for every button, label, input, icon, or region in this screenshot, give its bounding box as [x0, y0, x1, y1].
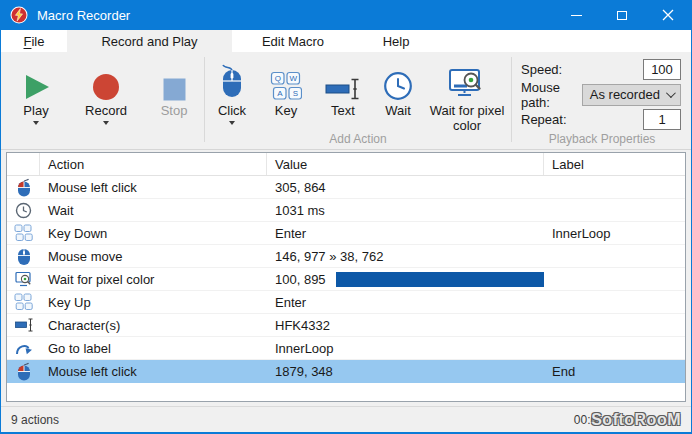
minimize-icon: [571, 15, 582, 16]
action-cell: Key Down: [40, 226, 267, 241]
stop-button: Stop: [145, 57, 203, 149]
table-row[interactable]: Mouse left click1879, 348End: [7, 360, 685, 383]
table-row[interactable]: Go to labelInnerLoop: [7, 337, 685, 360]
value-cell: 1031 ms: [267, 203, 544, 218]
ribbon-separator: [511, 57, 512, 142]
play-button[interactable]: Play: [5, 57, 67, 149]
click-icon: [218, 57, 246, 103]
repeat-label: Repeat:: [521, 112, 567, 127]
window-controls: [553, 0, 691, 30]
action-cell: Character(s): [40, 318, 267, 333]
col-header-icon[interactable]: [7, 153, 40, 175]
key-icon: [7, 224, 40, 242]
value-cell: 1879, 348: [267, 364, 544, 379]
statusbar: 9 actions 00:0 SoftoRooM: [1, 406, 691, 432]
ribbon: PlayRecordStop Click QWASKey Text Wait W…: [1, 52, 691, 150]
close-icon: [662, 9, 674, 21]
speed-input[interactable]: 100: [643, 59, 681, 80]
action-cell: Wait for pixel color: [40, 272, 267, 287]
record-button-label: Record: [85, 103, 127, 118]
action-cell: Go to label: [40, 341, 267, 356]
actions-count: 9 actions: [11, 413, 59, 427]
goto-label-icon: [7, 341, 40, 356]
key-icon: [7, 293, 40, 311]
record-icon: [92, 57, 120, 103]
mouse-left-click-icon: [7, 362, 40, 381]
mouse-path-value: As recorded: [590, 87, 660, 102]
dropdown-caret-icon[interactable]: [229, 121, 235, 125]
group-action-buttons-label: Add Action: [206, 132, 510, 146]
wait-button-label: Wait: [385, 103, 411, 118]
svg-text:Q: Q: [275, 74, 281, 83]
play-button-label: Play: [23, 103, 48, 118]
table-row[interactable]: Wait for pixel color100, 895: [7, 268, 685, 291]
ribbon-separator: [204, 57, 205, 142]
table-body: Mouse left click305, 864 Wait1031 ms Key…: [7, 176, 685, 383]
col-header-label[interactable]: Label: [544, 153, 685, 175]
table-header: Action Value Label: [7, 153, 685, 176]
maximize-button[interactable]: [599, 0, 645, 30]
app-lightning-bolt-icon: [10, 6, 28, 24]
wait-icon: [7, 202, 40, 219]
action-cell: Wait: [40, 203, 267, 218]
tab-file[interactable]: File: [1, 30, 67, 52]
col-header-value[interactable]: Value: [267, 153, 544, 175]
label-cell: InnerLoop: [544, 226, 685, 241]
dropdown-caret-icon[interactable]: [103, 121, 109, 125]
table-row[interactable]: Character(s)HFK4332: [7, 314, 685, 337]
minimize-button[interactable]: [553, 0, 599, 30]
content-area: Action Value Label Mouse left click305, …: [1, 150, 691, 406]
speed-label: Speed:: [521, 62, 562, 77]
play-icon: [21, 57, 51, 103]
maximize-icon: [617, 11, 627, 20]
titlebar: Macro Recorder: [1, 0, 691, 30]
pixel-color-swatch: [336, 272, 544, 287]
table-row[interactable]: Mouse left click305, 864: [7, 176, 685, 199]
action-cell: Mouse move: [40, 249, 267, 264]
table-row[interactable]: Key UpEnter: [7, 291, 685, 314]
stop-icon: [163, 57, 186, 103]
svg-text:S: S: [293, 89, 298, 98]
close-button[interactable]: [645, 0, 691, 30]
dropdown-caret-icon[interactable]: [33, 121, 39, 125]
action-cell: Mouse left click: [40, 364, 267, 379]
mouse-left-click-icon: [7, 178, 40, 197]
playback-properties-group-label: Playback Properties: [513, 132, 691, 146]
playback-buttons-group: PlayRecordStop: [5, 52, 203, 149]
add-action-group: Click QWASKey Text Wait Wait for pixel c…: [206, 52, 510, 149]
mouse-move-icon: [7, 247, 40, 266]
action-cell: Key Up: [40, 295, 267, 310]
repeat-input[interactable]: 1: [643, 109, 681, 130]
svg-text:W: W: [290, 74, 298, 83]
tab-help[interactable]: Help: [354, 30, 438, 52]
menu-tabbar: FileRecord and PlayEdit MacroHelp: [1, 30, 691, 52]
table-row[interactable]: Key DownEnterInnerLoop: [7, 222, 685, 245]
record-button[interactable]: Record: [67, 57, 145, 149]
stop-button-label: Stop: [161, 103, 188, 118]
table-row[interactable]: Wait1031 ms: [7, 199, 685, 222]
click-button-label: Click: [218, 103, 246, 118]
key-icon: QWAS: [270, 57, 302, 103]
key-button-label: Key: [275, 103, 297, 118]
text-icon: [7, 318, 40, 332]
softoroom-watermark: SoftoRooM: [591, 411, 681, 429]
text-icon: [325, 57, 361, 103]
value-cell: 305, 864: [267, 180, 544, 195]
svg-text:A: A: [277, 89, 283, 98]
col-header-action[interactable]: Action: [40, 153, 267, 175]
value-cell: HFK4332: [267, 318, 544, 333]
action-cell: Mouse left click: [40, 180, 267, 195]
wait-icon: [383, 57, 413, 103]
pixel-color-icon: [7, 271, 40, 288]
mouse-path-label: Mouse path:: [521, 80, 582, 110]
macro-actions-table: Action Value Label Mouse left click305, …: [6, 152, 686, 402]
value-cell: Enter: [267, 295, 544, 310]
table-row[interactable]: Mouse move146, 977 » 38, 762: [7, 245, 685, 268]
value-cell: 146, 977 » 38, 762: [267, 249, 544, 264]
wait-pixel-button-label: Wait for pixel color: [425, 103, 509, 133]
value-cell: 100, 895: [267, 272, 544, 287]
mouse-path-dropdown[interactable]: As recorded: [582, 84, 681, 106]
window-title: Macro Recorder: [37, 8, 130, 23]
tab-record-and-play[interactable]: Record and Play: [67, 30, 232, 52]
tab-edit-macro[interactable]: Edit Macro: [232, 30, 354, 52]
